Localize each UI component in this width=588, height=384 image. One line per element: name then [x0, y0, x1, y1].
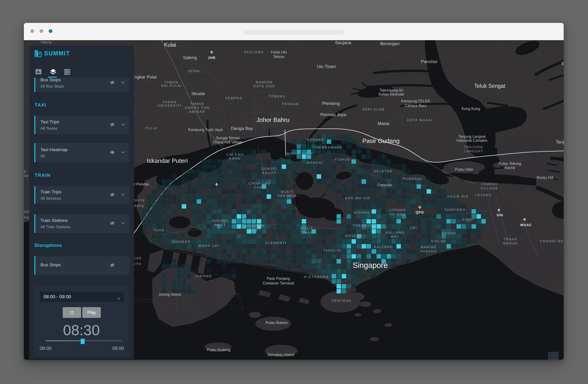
svg-text:Kabung: Kabung: [41, 40, 51, 44]
svg-text:WEST: WEST: [214, 223, 226, 227]
svg-text:Pulau Bukom: Pulau Bukom: [266, 321, 288, 325]
svg-text:Semakau Island: Semakau Island: [267, 353, 294, 357]
svg-text:g: g: [24, 169, 26, 173]
svg-text:UNGKU TUN: UNGKU TUN: [185, 106, 209, 110]
svg-text:Kampung FELDA: Kampung FELDA: [401, 99, 430, 103]
svg-text:TEBRAU: TEBRAU: [269, 94, 286, 98]
svg-text:SEELONG: SEELONG: [244, 50, 264, 54]
svg-text:SIN: SIN: [497, 213, 503, 217]
svg-text:TANJUNG: TANJUNG: [464, 145, 483, 149]
svg-text:Ulu Tiram: Ulu Tiram: [317, 64, 336, 69]
svg-text:YISHUN: YISHUN: [335, 158, 350, 161]
svg-text:ANG MO KIO: ANG MO KIO: [345, 196, 371, 200]
svg-text:QPG: QPG: [416, 210, 424, 214]
svg-text:JHB: JHB: [208, 56, 215, 59]
svg-text:ngkar Pulai: ngkar Pulai: [134, 75, 156, 79]
svg-text:DATO ONN: DATO ONN: [253, 84, 275, 88]
svg-text:Permas Jaya: Permas Jaya: [320, 112, 346, 117]
svg-text:MARINE: MARINE: [420, 245, 437, 249]
svg-text:ung: ung: [24, 215, 29, 219]
svg-text:sap: sap: [24, 174, 29, 177]
svg-text:PANJANG: PANJANG: [278, 194, 297, 198]
svg-text:WOODLANDS: WOODLANDS: [287, 152, 313, 155]
svg-text:AH SOO: AH SOO: [389, 212, 406, 216]
svg-text:Rocky Hill: Rocky Hill: [537, 176, 553, 180]
svg-text:Felda Ulu: Felda Ulu: [271, 50, 287, 54]
svg-text:Tanjung Langsat: Tanjung Langsat: [458, 134, 486, 138]
svg-text:KANG: KANG: [229, 156, 241, 160]
svg-text:Jurong Island: Jurong Island: [158, 292, 181, 296]
svg-text:Fernvale: Fernvale: [378, 183, 392, 187]
svg-text:SIMEI: SIMEI: [462, 218, 474, 221]
svg-text:SUNGEI: SUNGEI: [261, 167, 278, 171]
svg-text:Pulau Ubin: Pulau Ubin: [455, 168, 473, 172]
svg-text:CHOA CHU: CHOA CHU: [249, 181, 271, 185]
svg-text:SIGLAP: SIGLAP: [431, 239, 446, 243]
svg-text:JURONG: JURONG: [247, 224, 264, 228]
svg-text:BANDAR: BANDAR: [256, 80, 273, 84]
svg-text:Saujana: Saujana: [335, 40, 351, 45]
svg-text:PUNGGOL: PUNGGOL: [403, 177, 423, 181]
svg-text:MANDAI: MANDAI: [307, 161, 323, 164]
svg-text:TANGLIN: TANGLIN: [323, 249, 341, 252]
svg-text:Kulai: Kulai: [164, 42, 176, 48]
svg-text:Masai: Masai: [378, 121, 390, 126]
svg-text:Tebrau: Tebrau: [273, 55, 285, 59]
svg-text:Skudai: Skudai: [191, 91, 205, 96]
svg-text:LIM CHU: LIM CHU: [226, 153, 244, 156]
svg-text:UBI: UBI: [410, 226, 417, 230]
svg-text:MERAH: MERAH: [503, 242, 518, 245]
svg-text:BOON LAY: BOON LAY: [199, 244, 220, 248]
svg-text:TUAS: TUAS: [153, 228, 165, 232]
svg-text:BUKIT: BUKIT: [281, 190, 294, 194]
svg-text:KALLANG: KALLANG: [374, 245, 393, 249]
svg-text:Container Terminal: Container Terminal: [263, 281, 294, 285]
svg-text:BEDOK: BEDOK: [442, 231, 456, 235]
svg-text:LOYANG: LOYANG: [475, 193, 492, 197]
svg-text:LORONG: LORONG: [389, 208, 406, 212]
svg-text:Kechil: Kechil: [505, 166, 515, 170]
svg-text:JURONG: JURONG: [195, 274, 212, 278]
svg-text:AMINAH: AMINAH: [189, 110, 205, 114]
svg-text:SRI PULAI: SRI PULAI: [161, 84, 182, 88]
svg-text:Danga Bay: Danga Bay: [231, 126, 253, 131]
svg-text:Orang Asli Village: Orang Asli Village: [213, 140, 243, 144]
svg-text:PIONEER: PIONEER: [172, 240, 191, 244]
svg-text:PARADE: PARADE: [420, 250, 437, 253]
svg-text:TIMAH: TIMAH: [300, 231, 314, 234]
svg-text:Singapore: Singapore: [353, 261, 388, 269]
svg-text:UTH: UTH: [133, 262, 141, 266]
svg-text:EAST: EAST: [250, 228, 261, 232]
svg-text:PASIR RIS: PASIR RIS: [447, 194, 469, 198]
svg-text:SEMBAWANG: SEMBAWANG: [316, 146, 343, 149]
svg-text:CHANGI BAY: CHANGI BAY: [540, 239, 564, 243]
svg-text:WAY: WAY: [391, 235, 400, 238]
svg-text:TAMAN: TAMAN: [163, 100, 177, 104]
svg-text:Pasir Panjang: Pasir Panjang: [267, 277, 290, 281]
svg-text:Iskandar Puteri: Iskandar Puteri: [147, 157, 188, 164]
svg-text:Saleng: Saleng: [183, 55, 197, 60]
svg-text:Panchor: Panchor: [421, 59, 438, 64]
svg-text:SENOKO: SENOKO: [307, 138, 325, 142]
svg-text:ALEXANDRA: ALEXANDRA: [304, 275, 329, 279]
svg-text:Johor Bahru: Johor Bahru: [256, 116, 290, 123]
svg-text:UNIVERSITI: UNIVERSITI: [157, 104, 182, 107]
svg-text:PULAI: PULAI: [146, 126, 158, 130]
svg-text:SELETAR: SELETAR: [374, 169, 393, 173]
svg-text:KANG: KANG: [254, 185, 266, 189]
svg-text:TAMPINES: TAMPINES: [444, 208, 466, 212]
svg-text:Sultan Iskandar: Sultan Iskandar: [378, 92, 404, 96]
svg-text:VILLAGE: VILLAGE: [481, 186, 498, 190]
svg-text:Berangan: Berangan: [380, 41, 399, 46]
svg-text:Pulau Tekong: Pulau Tekong: [499, 162, 521, 166]
svg-text:Ba: Ba: [561, 61, 564, 66]
svg-text:Pulau Sudong: Pulau Sudong: [207, 348, 231, 352]
svg-text:TAMAN: TAMAN: [190, 102, 204, 106]
svg-text:Kr Pendas: Kr Pendas: [132, 182, 149, 186]
svg-text:Cahaya Baru: Cahaya Baru: [405, 104, 426, 108]
svg-text:Pasir Gudang: Pasir Gudang: [362, 137, 400, 144]
svg-text:KOTA MASAI: KOTA MASAI: [407, 118, 433, 122]
svg-text:KADUT: KADUT: [262, 171, 276, 175]
svg-text:SENTOSA: SENTOSA: [332, 299, 351, 303]
svg-text:KALLANG: KALLANG: [386, 231, 405, 234]
